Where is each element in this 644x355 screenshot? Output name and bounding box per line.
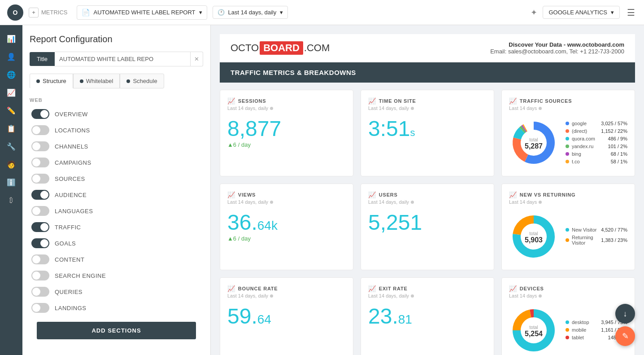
toggle-search-engine[interactable] bbox=[31, 271, 49, 280]
toggle-label-content: CONTENT bbox=[55, 256, 84, 263]
metric-value-bounce_rate: 59.64 bbox=[227, 306, 346, 327]
chevron-down-icon: ▾ bbox=[199, 9, 202, 16]
donut-card-devices: total 5,254 desktop 3,945 / 75% mobile 1… bbox=[509, 306, 627, 355]
legend-item-traffic_sources-google: google 3,025 / 57% bbox=[566, 121, 627, 126]
toggle-landings[interactable] bbox=[31, 303, 49, 313]
metric-value-views: 36.64k bbox=[227, 212, 346, 233]
analytics-selector[interactable]: GOOGLE ANALYTICS ▾ bbox=[543, 6, 620, 19]
toggle-row-goals: GOALS bbox=[30, 238, 203, 248]
metric-title-text-new_vs_returning: NEW VS RETURNING bbox=[520, 192, 576, 197]
octo-logo: OCTO BOARD .COM bbox=[231, 41, 330, 55]
toggle-audience[interactable] bbox=[31, 190, 49, 200]
toggle-row-traffic: TRAFFIC bbox=[30, 222, 203, 232]
metric-subtitle-traffic_sources: Last 14 days bbox=[509, 105, 627, 111]
tab-whitelabel[interactable]: Whitelabel bbox=[73, 74, 120, 88]
metric-title-bounce_rate: 📈 BOUNCE RATE bbox=[227, 285, 346, 292]
toggle-channels[interactable] bbox=[31, 141, 49, 151]
donut-total-new_vs_returning: total 5,903 bbox=[525, 231, 543, 244]
info-dot-users bbox=[411, 201, 414, 204]
sidebar-icon-chart[interactable]: 📊 bbox=[3, 31, 19, 47]
legend-dot bbox=[566, 160, 569, 163]
tab-structure[interactable]: Structure bbox=[30, 74, 73, 88]
sidebar-icon-person[interactable]: 🧑 bbox=[3, 156, 19, 172]
legend-item-traffic_sources-yandex-ru: yandex.ru 101 / 2% bbox=[566, 144, 627, 149]
sidebar-icon-pencil[interactable]: ✏️ bbox=[3, 102, 19, 118]
metric-subtitle-new_vs_returning: Last 14 days bbox=[509, 199, 627, 205]
metric-card-devices: 📈 DEVICES Last 14 days total 5,254 deskt… bbox=[501, 277, 635, 355]
trend-icon-exit_rate: 📈 bbox=[368, 285, 376, 292]
legend-dot bbox=[566, 328, 569, 332]
legend-item-traffic_sources-quora-com: quora.com 486 / 9% bbox=[566, 136, 627, 141]
clock-icon: 🕐 bbox=[218, 9, 225, 16]
metric-title-new_vs_returning: 📈 NEW VS RETURNING bbox=[509, 191, 627, 198]
donut-container-devices: total 5,254 bbox=[509, 306, 558, 355]
trend-icon-traffic_sources: 📈 bbox=[509, 97, 517, 105]
toggle-locations[interactable] bbox=[31, 125, 49, 135]
sidebar-icon-people[interactable]: 👤 bbox=[3, 48, 19, 65]
metric-subtitle-bounce_rate: Last 14 days, daily bbox=[227, 293, 346, 298]
email-value: sales@octoboard.com bbox=[508, 48, 566, 55]
legend-dot bbox=[566, 238, 569, 242]
trend-icon-devices: 📈 bbox=[509, 285, 517, 292]
report-email-tel: Email: sales@octoboard.com, Tel: +1 212-… bbox=[490, 48, 624, 55]
metric-title-text-users: USERS bbox=[379, 192, 398, 197]
sidebar-icon-globe[interactable]: 🌐 bbox=[3, 66, 19, 83]
toggle-queries[interactable] bbox=[31, 287, 49, 297]
info-dot-traffic_sources bbox=[539, 107, 542, 110]
schedule-dot bbox=[126, 79, 130, 83]
donut-card-traffic_sources: total 5,287 google 3,025 / 57% (direct) … bbox=[509, 118, 627, 169]
legend-dot bbox=[566, 122, 569, 125]
metric-card-traffic_sources: 📈 TRAFFIC SOURCES Last 14 days total 5,2… bbox=[501, 90, 635, 176]
sidebar-icon-graph[interactable]: 📈 bbox=[3, 84, 19, 101]
donut-total-devices: total 5,254 bbox=[525, 324, 543, 337]
toggle-goals[interactable] bbox=[31, 238, 49, 248]
donut-card-new_vs_returning: total 5,903 New Visitor 4,520 / 77% Retu… bbox=[509, 212, 627, 263]
trend-icon-sessions: 📈 bbox=[227, 97, 235, 105]
title-row: Title ✕ bbox=[30, 52, 203, 66]
sidebar-icon-tool[interactable]: 🔧 bbox=[3, 138, 19, 154]
config-tabs: Structure Whitelabel Schedule bbox=[30, 74, 203, 88]
title-input[interactable] bbox=[55, 52, 191, 66]
legend-item-new_vs_returning-Returning-Visitor: Returning Visitor 1,383 / 23% bbox=[566, 235, 627, 245]
fab-download[interactable]: ↓ bbox=[615, 304, 635, 324]
toggle-overview[interactable] bbox=[31, 109, 49, 119]
sparkle-icon[interactable]: ✦ bbox=[531, 8, 537, 18]
sidebar-icon-info[interactable]: ℹ️ bbox=[3, 174, 19, 190]
metric-card-views: 📈 VIEWS Last 14 days, daily 36.64k▲6 / d… bbox=[220, 184, 353, 270]
time-selector[interactable]: 🕐 Last 14 days, daily ▾ bbox=[213, 6, 288, 19]
metric-title-time_on_site: 📈 TIME ON SITE bbox=[368, 97, 487, 105]
metric-delta-sessions: ▲6 / day bbox=[227, 141, 346, 148]
toggle-row-channels: CHANNELS bbox=[30, 141, 203, 151]
toggle-row-languages: LANGUAGES bbox=[30, 206, 203, 216]
sidebar-icon-bitcoin[interactable]: ₿ bbox=[3, 192, 19, 208]
whitelabel-label: Whitelabel bbox=[86, 78, 113, 84]
title-clear-button[interactable]: ✕ bbox=[191, 52, 203, 66]
metric-card-bounce_rate: 📈 BOUNCE RATE Last 14 days, daily 59.64 bbox=[220, 277, 353, 355]
metric-card-sessions: 📈 SESSIONS Last 14 days, daily 8,877▲6 /… bbox=[220, 90, 353, 176]
section-header: TRAFFIC METRICS & BREAKDOWNS bbox=[220, 62, 635, 83]
add-button[interactable]: + bbox=[29, 8, 39, 18]
info-dot-sessions bbox=[270, 107, 273, 110]
add-sections-button[interactable]: ADD SECTIONS bbox=[37, 322, 196, 339]
sidebar-icon-clipboard[interactable]: 📋 bbox=[3, 120, 19, 136]
hamburger-icon[interactable]: ☰ bbox=[625, 5, 637, 20]
logo-text: O bbox=[13, 9, 18, 16]
fab-edit[interactable]: ✎ bbox=[615, 326, 635, 346]
report-selector[interactable]: 📄 AUTOMATED WHITE LABEL REPORT ▾ bbox=[77, 5, 207, 20]
metric-card-time_on_site: 📈 TIME ON SITE Last 14 days, daily 3:51s bbox=[361, 90, 494, 176]
tel-value: +1 212-7J3-2000 bbox=[580, 48, 624, 55]
main-content: OCTO BOARD .COM Discover Your Data - www… bbox=[211, 25, 644, 355]
metric-card-users: 📈 USERS Last 14 days, daily 5,251 bbox=[361, 184, 494, 270]
toggle-label-sources: SOURCES bbox=[55, 175, 85, 182]
section-web-label: WEB bbox=[30, 97, 203, 103]
tab-schedule[interactable]: Schedule bbox=[120, 74, 164, 88]
toggle-languages[interactable] bbox=[31, 206, 49, 216]
metric-title-text-traffic_sources: TRAFFIC SOURCES bbox=[520, 98, 572, 104]
toggle-row-search-engine: SEARCH ENGINE bbox=[30, 271, 203, 280]
toggle-traffic[interactable] bbox=[31, 222, 49, 232]
toggle-campaigns[interactable] bbox=[31, 158, 49, 167]
toggle-label-landings: LANDINGS bbox=[55, 305, 86, 311]
toggle-content[interactable] bbox=[31, 254, 49, 264]
toggle-sources[interactable] bbox=[31, 174, 49, 184]
report-label: AUTOMATED WHITE LABEL REPORT bbox=[94, 9, 196, 16]
